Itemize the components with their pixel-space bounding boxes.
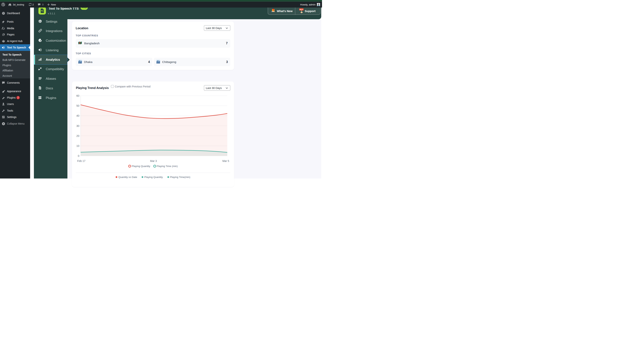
svg-text:HELP: HELP	[300, 9, 303, 10]
